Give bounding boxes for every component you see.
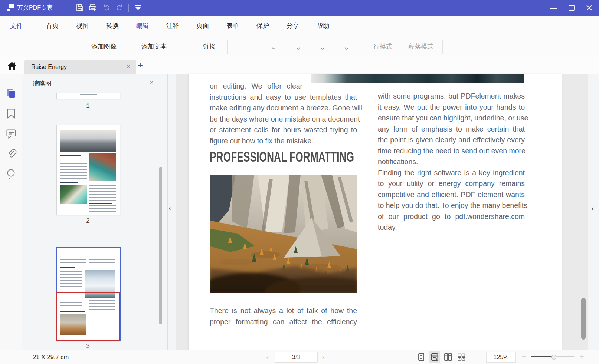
new-tab-icon[interactable]: + <box>138 57 143 74</box>
menu-edit[interactable]: 编辑 <box>134 16 151 36</box>
page-thumbnail-3[interactable] <box>56 247 121 341</box>
zoom-slider-knob[interactable] <box>551 355 556 360</box>
left-text-block-2[interactable]: There is not always a lot of talk of how… <box>210 305 357 327</box>
print-icon[interactable] <box>88 3 97 12</box>
redo-icon[interactable] <box>115 3 124 12</box>
page-label-2: 2 <box>56 217 120 225</box>
text-line: the point is given clearly and effective… <box>378 135 525 146</box>
text-line: today. <box>378 222 525 233</box>
zoom-slider-track[interactable] <box>531 356 575 357</box>
status-bar: 21 X 29.7 cm ‹ 3/3 › <box>0 350 599 364</box>
left-text-block[interactable]: on editing. We offer clear instructions … <box>210 81 357 146</box>
section-heading[interactable]: PROFESSIONAL FORMATTING <box>210 149 354 165</box>
home-icon[interactable] <box>7 61 17 70</box>
grid-view-icon[interactable] <box>456 351 467 363</box>
next-page-icon[interactable]: › <box>322 350 324 364</box>
text-line: be the days where one mistake on a docum… <box>210 114 357 125</box>
background-dropdown-icon[interactable] <box>297 47 300 50</box>
right-text-block[interactable]: with some programs, but PDFelement makes… <box>378 91 525 233</box>
divider <box>356 40 356 54</box>
zoom-in-icon[interactable]: + <box>580 350 584 364</box>
search-icon[interactable] <box>6 168 17 179</box>
text-line: make editing any document a breeze. Gone… <box>210 103 357 114</box>
page-total: /3 <box>295 354 300 360</box>
collapse-right-panel-icon[interactable]: ‹ <box>592 205 594 212</box>
text-line: There is not always a lot of talk of how… <box>210 305 357 317</box>
bates-dropdown-icon[interactable] <box>345 47 348 50</box>
zoom-level-box[interactable]: 125% <box>486 352 516 363</box>
link-button[interactable]: 链接 <box>203 36 216 57</box>
document-scrollbar[interactable] <box>581 298 586 340</box>
text-line: on editing. We offer clear <box>210 81 302 92</box>
close-panel-icon[interactable]: × <box>150 79 154 86</box>
text-line: of our product go to pdf.wondershare.com <box>378 211 525 222</box>
undo-icon[interactable] <box>102 3 111 12</box>
menu-arrow-icon[interactable] <box>134 5 143 11</box>
close-button[interactable] <box>584 3 595 13</box>
thumbnails-icon[interactable] <box>6 88 17 99</box>
thumb2-coral-image <box>89 153 116 181</box>
thumbnail-scrollbar[interactable] <box>159 167 162 324</box>
menu-convert[interactable]: 转换 <box>104 16 121 36</box>
zoom-out-icon[interactable]: − <box>522 350 526 364</box>
maximize-button[interactable] <box>566 3 577 13</box>
text-line: proper formatting can affect the efficie… <box>210 317 357 328</box>
document-tab[interactable]: Raise Energy × <box>24 60 136 74</box>
viewport-indicator[interactable] <box>56 292 120 341</box>
single-page-icon[interactable] <box>416 351 427 363</box>
text-line: time reducing the need to send out even … <box>378 146 525 157</box>
title-bar: 万兴PDF专家 <box>0 0 599 16</box>
add-image-button[interactable]: 添加图像 <box>91 36 117 57</box>
text-line: with some programs, but PDFelement makes <box>378 91 525 102</box>
comment-icon[interactable] <box>6 129 16 139</box>
previous-page-icon[interactable]: ‹ <box>266 350 269 364</box>
page-number-box[interactable]: 3/3 <box>275 352 318 363</box>
menu-page[interactable]: 页面 <box>194 16 211 36</box>
line-mode-label[interactable]: 行模式 <box>373 36 392 57</box>
text-line: ensure that you can highlight, underline… <box>378 113 525 124</box>
pdfelement-window: 万兴PDF专家 文件 首页 视图 转换 <box>0 0 599 364</box>
minimize-button[interactable] <box>549 3 559 13</box>
collapse-left-panel-icon[interactable]: ‹ <box>169 205 171 212</box>
watermark-dropdown-icon[interactable] <box>272 47 276 50</box>
continuous-scroll-icon[interactable] <box>429 351 440 363</box>
menu-view[interactable]: 视图 <box>74 16 91 36</box>
divider <box>179 40 179 54</box>
page-label-1: 1 <box>56 102 120 110</box>
header-footer-dropdown-icon[interactable] <box>321 47 324 50</box>
text-line: it easy. We put the power into your hand… <box>378 102 525 113</box>
app-logo-icon <box>6 3 15 12</box>
divider <box>69 4 69 12</box>
text-line: any form of emphasis to make certain tha… <box>378 124 525 135</box>
divider <box>128 4 129 12</box>
attachment-icon[interactable] <box>6 148 17 160</box>
menu-share[interactable]: 分享 <box>285 16 301 36</box>
save-icon[interactable] <box>75 3 84 12</box>
navigation-sidebar <box>0 74 23 350</box>
divider <box>227 40 228 54</box>
document-tab-bar: Raise Energy × + <box>0 57 599 75</box>
menu-form[interactable]: 表单 <box>225 16 241 36</box>
mountain-photo[interactable] <box>210 175 357 293</box>
pdf-page[interactable]: on editing. We offer clear instructions … <box>189 74 562 350</box>
add-text-button[interactable]: 添加文本 <box>141 36 167 57</box>
bookmark-icon[interactable] <box>6 108 16 119</box>
menu-home[interactable]: 首页 <box>44 16 60 36</box>
paragraph-mode-label[interactable]: 段落模式 <box>408 36 433 57</box>
divider <box>442 40 443 54</box>
thumb2-beach-image <box>60 130 116 152</box>
text-line: to your utility or energy company remain… <box>378 178 525 189</box>
page-thumbnail-2[interactable] <box>56 125 120 215</box>
page-thumbnail-1[interactable] <box>56 93 120 99</box>
thumbnail-panel-title: 缩略图 <box>33 79 52 88</box>
two-page-icon[interactable] <box>442 351 454 363</box>
edit-toolbar: 添加图像 添加文本 链接 <box>0 36 599 58</box>
text-line: instructions and easy to use templates t… <box>210 92 357 103</box>
menu-file[interactable]: 文件 <box>8 16 24 36</box>
page-size-label: 21 X 29.7 cm <box>33 350 69 364</box>
menu-protect[interactable]: 保护 <box>255 16 271 36</box>
text-line: to help you do that. To enjoy the many b… <box>378 200 525 211</box>
menu-help[interactable]: 帮助 <box>315 16 331 36</box>
menu-comment[interactable]: 注释 <box>164 16 181 36</box>
close-tab-icon[interactable]: × <box>127 60 130 74</box>
